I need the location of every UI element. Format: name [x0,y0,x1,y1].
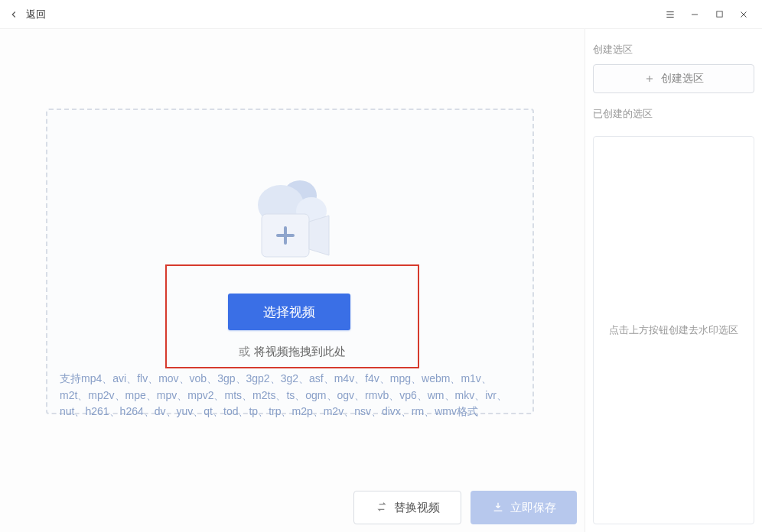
footer-buttons: 替换视频 立即保存 [353,491,577,524]
plus-icon [644,73,655,84]
create-region-label: 创建选区 [661,72,704,86]
replace-video-button[interactable]: 替换视频 [353,491,461,524]
region-list: 点击上方按钮创建去水印选区 [593,136,754,524]
back-group[interactable]: 返回 [6,7,46,22]
back-label: 返回 [26,8,46,21]
menu-icon[interactable] [658,4,682,25]
swap-icon [376,501,388,515]
svg-rect-4 [716,11,721,17]
window-controls [658,4,756,25]
back-arrow-icon [6,7,21,22]
sidebar: 创建选区 创建选区 已创建的选区 点击上方按钮创建去水印选区 [585,29,762,532]
maximize-icon[interactable] [707,4,731,25]
drag-hint-text: 将视频拖拽到此处 [254,345,346,358]
close-icon[interactable] [731,4,756,25]
create-region-button[interactable]: 创建选区 [593,64,754,93]
minimize-icon[interactable] [682,4,707,25]
video-upload-illustration [239,174,346,268]
created-section-label: 已创建的选区 [593,107,754,121]
main-area: 选择视频 或 将视频拖拽到此处 支持mp4、avi、flv、mov、vob、3g… [0,29,585,532]
select-video-button[interactable]: 选择视频 [228,294,350,330]
supported-formats: 支持mp4、avi、flv、mov、vob、3gp、3gp2、3g2、asf、m… [60,371,520,420]
drag-hint: 或 将视频拖拽到此处 [0,345,585,359]
titlebar: 返回 [0,0,762,29]
region-empty-hint: 点击上方按钮创建去水印选区 [609,323,738,339]
save-label: 立即保存 [510,501,556,515]
download-icon [492,501,504,515]
or-text: 或 [239,345,250,358]
replace-video-label: 替换视频 [394,501,440,515]
save-button[interactable]: 立即保存 [471,491,577,524]
create-section-label: 创建选区 [593,43,754,57]
